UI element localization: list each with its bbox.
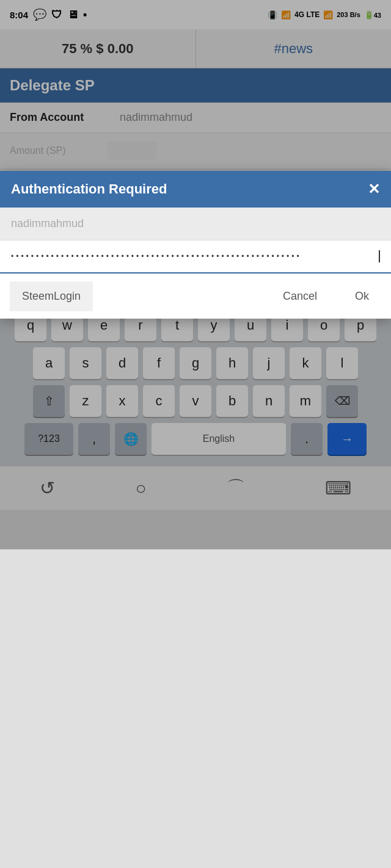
dialog-cancel-button[interactable]: Cancel: [265, 281, 335, 311]
dialog-close-icon[interactable]: ✕: [368, 181, 380, 198]
dialog-cursor: [379, 250, 380, 262]
dialog-title: Authentication Required: [11, 181, 167, 197]
dialog-ok-button[interactable]: Ok: [343, 281, 381, 311]
steem-login-button[interactable]: SteemLogin: [10, 281, 93, 311]
dialog-username-placeholder: nadimmahmud: [11, 217, 84, 230]
authentication-dialog: Authentication Required ✕ nadimmahmud ••…: [0, 171, 391, 319]
dialog-header: Authentication Required ✕: [0, 171, 391, 208]
dialog-buttons: SteemLogin Cancel Ok: [0, 273, 391, 319]
dialog-password-dots: ••••••••••••••••••••••••••••••••••••••••…: [11, 252, 378, 261]
dialog-username-field: nadimmahmud: [0, 208, 391, 241]
dialog-password-field[interactable]: ••••••••••••••••••••••••••••••••••••••••…: [0, 241, 391, 273]
